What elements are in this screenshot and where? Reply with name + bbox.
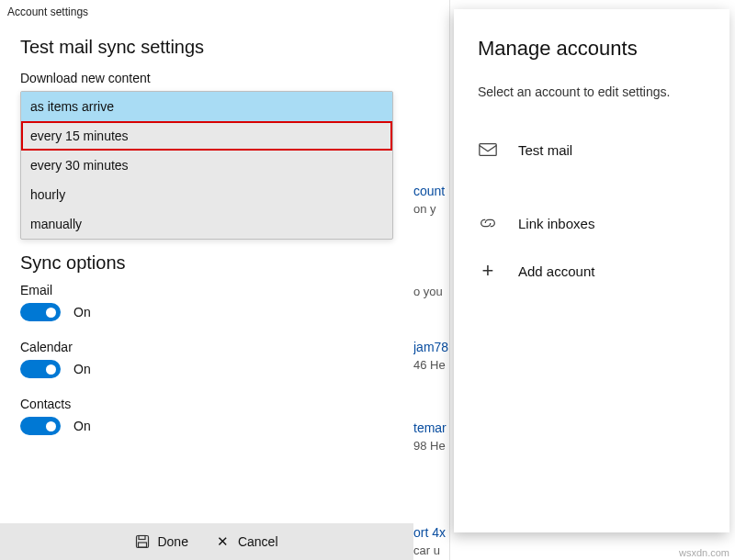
contacts-label: Contacts [20,397,393,411]
dropdown-option-manually[interactable]: manually [21,209,392,239]
svg-rect-1 [139,536,145,540]
calendar-label: Calendar [20,340,393,354]
manage-title: Manage accounts [478,37,706,61]
bg-frag: count [413,184,445,198]
bg-frag: ort 4x [413,525,446,540]
bg-frag: jam78 [413,340,448,354]
link-inboxes-button[interactable]: Link inboxes [478,200,706,246]
cancel-label: Cancel [238,534,278,549]
page-title: Test mail sync settings [20,37,393,58]
calendar-toggle-state: On [74,362,91,376]
bg-frag: o you [413,285,443,298]
bg-frag: 98 He [413,439,446,453]
link-inboxes-label: Link inboxes [518,216,594,231]
account-settings-panel: Account settings Test mail sync settings… [0,0,413,560]
manage-subtitle: Select an account to edit settings. [478,84,706,99]
svg-rect-2 [139,543,147,547]
sync-options-title: Sync options [20,252,393,274]
dropdown-option-as-arrive[interactable]: as items arrive [21,92,392,121]
done-label: Done [157,534,187,549]
divider [449,0,450,560]
email-label: Email [20,283,393,297]
bg-frag: car u [413,543,440,557]
watermark: wsxdn.com [679,547,729,558]
account-name: Test mail [518,142,572,158]
download-content-label: Download new content [20,71,393,85]
contacts-toggle[interactable] [20,417,61,435]
save-icon [135,534,150,549]
close-icon: ✕ [216,534,231,549]
bg-frag: on y [413,202,436,216]
background-message-list: count on y o you jam78 46 He temar 98 He… [413,0,450,560]
add-account-label: Add account [518,263,594,279]
bg-frag: 46 He [413,358,446,372]
bg-frag: temar [413,420,447,435]
dropdown-option-15min[interactable]: every 15 minutes [21,121,392,151]
calendar-toggle[interactable] [20,360,61,378]
mail-icon [478,140,498,160]
email-toggle[interactable] [20,303,61,321]
plus-icon: + [478,259,498,283]
download-interval-dropdown[interactable]: as items arrive every 15 minutes every 3… [20,91,393,240]
account-item-test-mail[interactable]: Test mail [478,127,706,173]
add-account-button[interactable]: + Add account [478,246,706,296]
done-button[interactable]: Done [135,534,187,549]
contacts-toggle-state: On [74,419,91,433]
dropdown-option-30min[interactable]: every 30 minutes [21,151,392,180]
panel-footer: Done ✕ Cancel [0,523,413,560]
dropdown-option-hourly[interactable]: hourly [21,180,392,209]
link-icon [478,213,498,233]
email-toggle-state: On [74,305,91,319]
svg-rect-3 [480,144,496,156]
panel-header: Account settings [0,0,413,24]
manage-accounts-panel: Manage accounts Select an account to edi… [454,9,729,532]
cancel-button[interactable]: ✕ Cancel [216,534,278,549]
